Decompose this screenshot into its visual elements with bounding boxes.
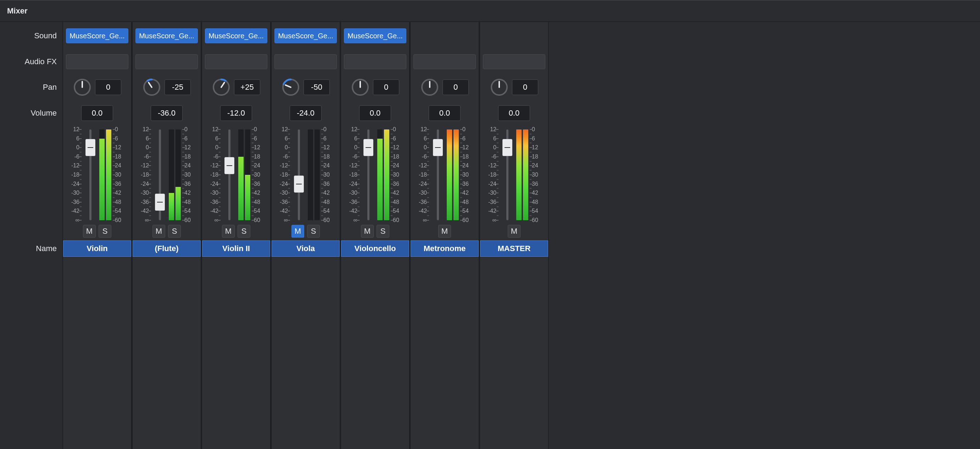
meter-scale-label: 18	[185, 154, 191, 160]
meter-scale-tick	[321, 220, 324, 221]
mute-initial: M	[511, 227, 517, 236]
solo-button[interactable]: S	[99, 225, 111, 237]
sound-select[interactable]: MuseScore_Ge...	[135, 29, 198, 43]
fader-scale-tick-minor	[358, 143, 360, 143]
pan-knob[interactable]	[420, 78, 439, 97]
fader-thumb[interactable]	[294, 175, 304, 193]
fader-scale-label: -30	[141, 190, 149, 196]
pan-value[interactable]: -50	[304, 80, 330, 95]
channel-name[interactable]: (Flute)	[133, 240, 201, 257]
fader-scale-tick	[426, 139, 429, 139]
mute-button[interactable]: M	[83, 225, 96, 237]
level-meter	[516, 129, 528, 220]
fader-scale-tick	[426, 156, 429, 157]
meter-scale-tick-minor	[391, 170, 393, 170]
audio-fx-slot[interactable]	[414, 54, 476, 69]
fader-thumb[interactable]	[433, 139, 443, 156]
pan-knob[interactable]	[351, 78, 369, 97]
mute-button[interactable]: M	[361, 225, 374, 237]
fader-scale-tick-minor	[80, 188, 81, 189]
pan-knob[interactable]	[73, 78, 91, 97]
fader-scale-tick-minor	[149, 206, 151, 207]
solo-button[interactable]: S	[307, 225, 320, 237]
pan-knob[interactable]	[282, 78, 300, 97]
mute-button[interactable]: M	[222, 225, 235, 237]
mute-initial: M	[86, 227, 92, 236]
fader-scale-tick	[287, 147, 290, 148]
pan-value-text: -50	[311, 83, 322, 92]
fader[interactable]	[291, 129, 306, 220]
channel-name[interactable]: MASTER	[480, 240, 548, 257]
channel-name[interactable]: Violin II	[202, 240, 270, 257]
channel-name[interactable]: Metronome	[410, 240, 479, 257]
fader-scale-left: 1260-6-12-18-24-30-36-42∞	[272, 129, 290, 220]
meter-scale-tick	[252, 211, 255, 212]
channel-name[interactable]: Violin	[63, 240, 131, 257]
pan-value[interactable]: 0	[442, 80, 469, 95]
fader[interactable]	[361, 129, 376, 220]
fader-meter-area: 1260-6-12-18-24-30-36-42∞ 06121824303642…	[480, 129, 548, 220]
fader[interactable]	[500, 129, 515, 220]
sound-select[interactable]: MuseScore_Ge...	[274, 29, 337, 43]
pan-knob[interactable]	[143, 78, 161, 97]
fader[interactable]	[153, 129, 167, 220]
audio-fx-slot[interactable]	[274, 54, 337, 69]
solo-button[interactable]: S	[168, 225, 181, 237]
volume-value[interactable]: -12.0	[220, 105, 252, 121]
sound-label: MuseScore_Ge...	[347, 32, 403, 40]
sound-select[interactable]: MuseScore_Ge...	[66, 29, 128, 43]
fader-thumb[interactable]	[155, 194, 165, 211]
fader-thumb[interactable]	[363, 139, 373, 156]
volume-value[interactable]: 0.0	[429, 105, 461, 121]
fader-scale-tick	[218, 193, 221, 193]
audio-fx-slot[interactable]	[66, 54, 128, 69]
solo-button[interactable]: S	[237, 225, 250, 237]
mute-button[interactable]: M	[508, 225, 520, 237]
meter-scale-label: 12	[254, 144, 260, 151]
mute-button[interactable]: M	[438, 225, 451, 237]
level-meter-left	[447, 129, 452, 220]
fader-scale-tick	[496, 165, 498, 166]
audio-fx-slot[interactable]	[483, 54, 545, 69]
pan-value-text: 0	[523, 83, 527, 92]
mute-button[interactable]: M	[291, 225, 304, 237]
solo-button[interactable]: S	[377, 225, 389, 237]
fader-scale-tick-minor	[497, 143, 498, 143]
fader-scale-tick-minor	[497, 134, 498, 134]
svg-line-5	[221, 83, 224, 87]
pan-value[interactable]: 0	[512, 80, 538, 95]
fader-thumb[interactable]	[86, 139, 95, 156]
volume-value[interactable]: 0.0	[359, 105, 391, 121]
fader-meter-area: 1260-6-12-18-24-30-36-42∞ 06121824303642…	[272, 129, 340, 220]
fader[interactable]	[83, 129, 98, 220]
audio-fx-slot[interactable]	[344, 54, 406, 69]
mute-button[interactable]: M	[153, 225, 165, 237]
volume-value[interactable]: 0.0	[81, 105, 113, 121]
fader-thumb[interactable]	[224, 157, 234, 174]
audio-fx-slot[interactable]	[205, 54, 267, 69]
fader[interactable]	[222, 129, 237, 220]
volume-value[interactable]: -36.0	[151, 105, 183, 121]
fader-thumb[interactable]	[503, 139, 512, 156]
channel-name[interactable]: Violoncello	[341, 240, 409, 257]
pan-value[interactable]: -25	[164, 80, 191, 95]
volume-value[interactable]: -24.0	[290, 105, 321, 121]
sound-select[interactable]: MuseScore_Ge...	[205, 29, 267, 43]
pan-value[interactable]: 0	[95, 80, 121, 95]
meter-scale-label: 30	[393, 172, 399, 178]
meter-scale-tick	[321, 165, 324, 166]
pan-knob[interactable]	[212, 78, 231, 97]
channel-strip: 0 0.0 1260-6-12-18-24-30-36-42∞ 06121824…	[479, 22, 549, 449]
sound-select[interactable]: MuseScore_Ge...	[344, 29, 406, 43]
volume-value[interactable]: 0.0	[498, 105, 530, 121]
meter-scale-tick-minor	[460, 152, 462, 153]
pan-knob[interactable]	[490, 78, 508, 97]
meter-scale-label: 24	[462, 162, 469, 169]
meter-scale-tick	[113, 139, 116, 139]
channel-name[interactable]: Viola	[272, 240, 340, 257]
pan-value[interactable]: +25	[234, 80, 260, 95]
fader[interactable]	[430, 129, 445, 220]
pan-value[interactable]: 0	[373, 80, 399, 95]
volume-value-text: 0.0	[92, 108, 103, 118]
audio-fx-slot[interactable]	[135, 54, 198, 69]
